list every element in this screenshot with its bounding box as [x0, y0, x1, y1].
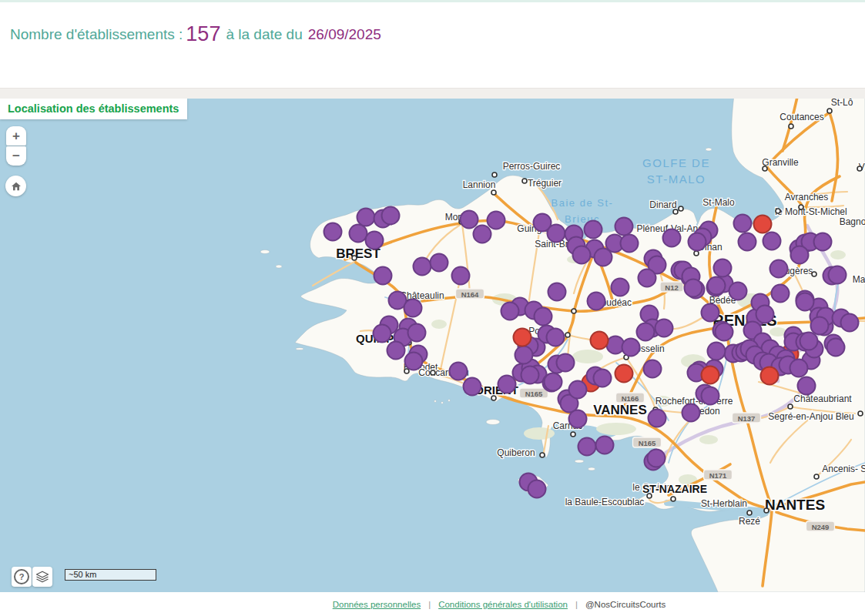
establishment-dot[interactable]: [637, 323, 655, 341]
town-marker: [694, 251, 699, 256]
terms-link[interactable]: Conditions générales d'utilisation: [438, 600, 568, 609]
establishment-dot[interactable]: [685, 280, 702, 297]
establishment-dot[interactable]: [350, 225, 367, 243]
establishment-dot[interactable]: [595, 249, 612, 266]
establishment-dot[interactable]: [682, 404, 700, 422]
establishment-dot[interactable]: [639, 270, 656, 287]
establishment-dot[interactable]: [756, 306, 774, 323]
establishment-dot[interactable]: [644, 360, 662, 378]
layers-button[interactable]: [32, 567, 52, 587]
water-label: Baie de St-: [552, 197, 614, 209]
establishment-dot[interactable]: [754, 216, 772, 233]
establishment-dot[interactable]: [708, 277, 726, 295]
establishment-dot[interactable]: [488, 212, 505, 229]
establishment-dot[interactable]: [535, 308, 552, 326]
establishment-dot[interactable]: [591, 332, 609, 350]
establishment-dot[interactable]: [545, 373, 562, 391]
establishment-dot[interactable]: [521, 367, 539, 384]
establishment-dot[interactable]: [702, 387, 719, 405]
establishment-dot[interactable]: [501, 303, 519, 320]
establishment-dot[interactable]: [621, 235, 639, 253]
establishment-dot[interactable]: [716, 323, 733, 341]
establishment-dot[interactable]: [408, 324, 426, 342]
establishment-dot[interactable]: [382, 207, 400, 225]
establishment-dot[interactable]: [615, 365, 633, 383]
establishment-dot[interactable]: [515, 346, 533, 364]
establishment-dot[interactable]: [622, 339, 640, 357]
establishment-dot[interactable]: [714, 259, 732, 277]
establishment-dot[interactable]: [366, 232, 384, 249]
establishment-dot[interactable]: [528, 480, 546, 498]
establishment-dot[interactable]: [357, 209, 375, 226]
map-canvas[interactable]: GOLFE DEST-MALOBaie de St-Brieuc Perros-…: [0, 99, 865, 592]
attribution-button[interactable]: ?: [12, 567, 32, 587]
establishment-dot[interactable]: [763, 233, 781, 250]
establishment-dot[interactable]: [829, 266, 847, 284]
establishment-dot[interactable]: [615, 218, 633, 236]
town-marker: [799, 205, 803, 209]
city-label: St-Lô: [831, 99, 853, 108]
establishment-dot[interactable]: [514, 329, 531, 346]
establishment-dot[interactable]: [796, 293, 814, 311]
establishment-dot[interactable]: [772, 285, 790, 303]
establishment-dot[interactable]: [585, 221, 602, 239]
establishment-dot[interactable]: [573, 246, 591, 264]
zoom-out-button[interactable]: −: [6, 146, 26, 166]
establishment-dot[interactable]: [800, 333, 818, 350]
establishment-dot[interactable]: [734, 215, 752, 233]
establishment-dot[interactable]: [569, 381, 587, 399]
establishment-dot[interactable]: [461, 211, 478, 229]
establishment-dot[interactable]: [702, 367, 719, 384]
establishment-dot[interactable]: [374, 267, 392, 285]
establishment-dot[interactable]: [548, 283, 566, 301]
town-marker: [679, 206, 683, 211]
establishment-dot[interactable]: [547, 329, 565, 346]
establishment-dot[interactable]: [452, 267, 470, 285]
establishment-dot[interactable]: [569, 410, 587, 428]
establishment-count: 157: [186, 22, 220, 45]
establishment-dot[interactable]: [702, 304, 719, 322]
establishment-dot[interactable]: [648, 450, 666, 467]
establishment-dot[interactable]: [798, 377, 816, 395]
establishment-dot[interactable]: [498, 376, 516, 393]
establishment-dot[interactable]: [324, 223, 342, 241]
establishment-dot[interactable]: [474, 226, 491, 243]
establishment-dot[interactable]: [557, 354, 575, 372]
establishment-dot[interactable]: [649, 410, 666, 427]
establishment-dot[interactable]: [612, 279, 629, 296]
establishment-dot[interactable]: [841, 314, 859, 332]
establishment-dot[interactable]: [729, 283, 747, 300]
town-marker: [763, 166, 767, 171]
establishment-dot[interactable]: [761, 367, 779, 385]
establishment-dot[interactable]: [387, 342, 405, 360]
zoom-in-button[interactable]: +: [6, 126, 26, 146]
establishment-dot[interactable]: [405, 353, 423, 370]
establishment-dot[interactable]: [689, 233, 706, 251]
establishment-dot[interactable]: [588, 293, 605, 310]
establishment-dot[interactable]: [464, 378, 481, 396]
establishment-dot[interactable]: [414, 258, 431, 276]
establishment-dot[interactable]: [596, 437, 614, 454]
count-label-prefix: Nombre d'établissements :: [10, 26, 183, 42]
establishment-dot[interactable]: [814, 233, 832, 251]
establishment-dot[interactable]: [791, 246, 809, 264]
establishment-dot[interactable]: [578, 438, 596, 456]
personal-data-link[interactable]: Données personnelles: [333, 600, 421, 609]
establishment-dot[interactable]: [811, 317, 829, 335]
establishment-dot[interactable]: [450, 363, 468, 380]
home-button[interactable]: [5, 176, 26, 196]
establishment-dot[interactable]: [790, 360, 808, 377]
establishment-dot[interactable]: [374, 325, 391, 343]
establishment-dot[interactable]: [663, 229, 681, 247]
establishment-dot[interactable]: [548, 225, 565, 243]
establishment-dot[interactable]: [655, 320, 673, 337]
establishment-dot[interactable]: [594, 370, 612, 387]
establishment-dot[interactable]: [431, 254, 448, 272]
city-label: Dinard: [649, 199, 676, 210]
establishment-dot[interactable]: [404, 300, 422, 317]
establishment-dot[interactable]: [770, 260, 788, 278]
establishment-dot[interactable]: [739, 233, 756, 251]
establishment-dot[interactable]: [827, 339, 845, 357]
count-date: 26/09/2025: [308, 26, 381, 42]
establishment-dot[interactable]: [708, 343, 726, 360]
